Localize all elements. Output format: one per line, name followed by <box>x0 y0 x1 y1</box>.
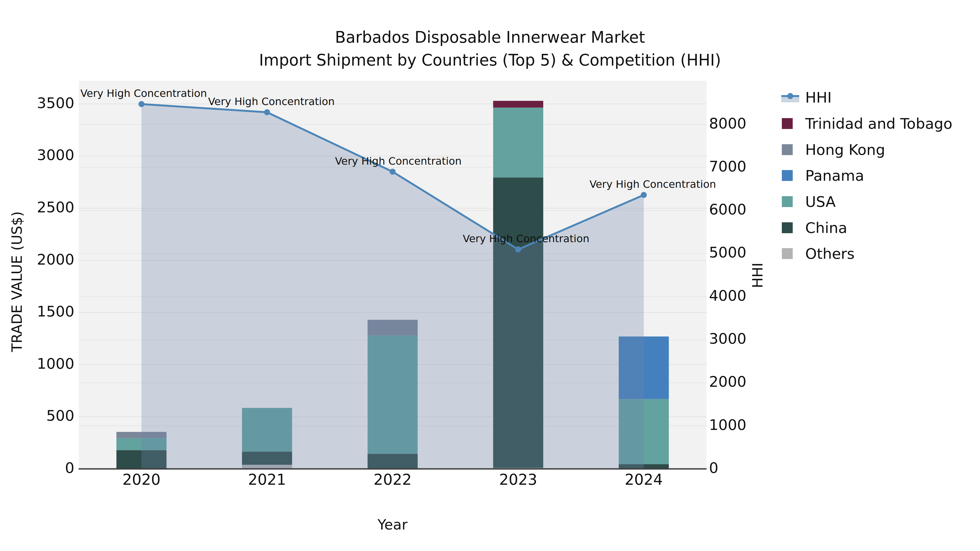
annotation-label: Very High Concentration <box>80 87 207 99</box>
legend-swatch-icon <box>782 248 793 259</box>
annotation-label: Very High Concentration <box>463 233 589 245</box>
legend-item-hong-kong[interactable]: Hong Kong <box>778 137 885 163</box>
right-tick-label: 1000 <box>709 416 746 433</box>
left-axis-title: TRADE VALUE (US$) <box>9 211 25 352</box>
annotation-label: Very High Concentration <box>208 95 335 108</box>
legend-label: China <box>805 219 847 237</box>
legend-glyph-slot <box>778 248 802 259</box>
legend-glyph-slot <box>778 196 802 207</box>
legend-item-hhi[interactable]: HHI <box>778 84 832 111</box>
legend-label: USA <box>805 193 836 210</box>
right-tick-label: 0 <box>709 459 718 476</box>
hhi-marker-2022[interactable] <box>390 169 396 175</box>
legend-item-panama[interactable]: Panama <box>778 162 864 189</box>
right-tick-label: 3000 <box>709 330 746 347</box>
legend-swatch-icon <box>782 222 793 233</box>
hhi-marker-2024[interactable] <box>641 192 647 198</box>
left-tick-label: 3000 <box>37 146 74 164</box>
legend-glyph-slot <box>778 144 802 155</box>
left-tick-label: 3500 <box>37 94 74 111</box>
right-tick-label: 8000 <box>709 115 746 132</box>
legend-label: Others <box>805 245 854 262</box>
legend-label: Panama <box>805 167 864 184</box>
legend-label: Hong Kong <box>805 141 885 158</box>
right-tick-label: 4000 <box>709 287 746 304</box>
x-tick-label: 2020 <box>123 471 161 488</box>
x-axis-title: Year <box>377 516 407 533</box>
legend-label: HHI <box>805 89 832 106</box>
legend-glyph-slot <box>778 91 802 103</box>
annotation-label: Very High Concentration <box>589 178 716 190</box>
legend-glyph-slot <box>778 170 802 181</box>
figure: Barbados Disposable Innerwear Market Imp… <box>0 0 980 551</box>
right-axis-title: HHI <box>749 263 766 288</box>
right-tick-label: 2000 <box>709 373 746 390</box>
hhi-marker-2021[interactable] <box>264 110 270 115</box>
legend-item-trinidad-and-tobago[interactable]: Trinidad and Tobago <box>778 111 953 137</box>
legend-label: Trinidad and Tobago <box>805 115 953 132</box>
left-tick-label: 2500 <box>37 198 74 216</box>
legend-glyph-slot <box>778 118 802 129</box>
x-tick-label: 2021 <box>248 471 286 488</box>
right-tick-label: 5000 <box>709 244 746 261</box>
hhi-legend-glyph-icon <box>781 91 799 103</box>
left-tick-label: 1500 <box>37 303 74 320</box>
left-tick-label: 0 <box>65 459 74 476</box>
legend-item-others[interactable]: Others <box>778 241 854 267</box>
legend-swatch-icon <box>782 144 793 155</box>
left-tick-label: 1000 <box>37 355 74 372</box>
left-tick-label: 500 <box>46 407 74 424</box>
hhi-marker-2023[interactable] <box>515 246 521 252</box>
legend-item-usa[interactable]: USA <box>778 189 836 215</box>
left-tick-label: 2000 <box>37 251 74 268</box>
legend-glyph-slot <box>778 222 802 233</box>
chart-canvas: Very High ConcentrationVery High Concent… <box>0 0 980 551</box>
legend-swatch-icon <box>782 118 793 129</box>
x-tick-label: 2024 <box>625 471 663 488</box>
legend-swatch-icon <box>782 170 793 181</box>
right-tick-label: 6000 <box>709 201 746 218</box>
hhi-marker-2020[interactable] <box>138 101 145 107</box>
x-tick-label: 2022 <box>374 471 412 488</box>
right-tick-label: 7000 <box>709 158 746 175</box>
annotation-label: Very High Concentration <box>335 155 462 167</box>
bar-segment-usa-2023[interactable] <box>493 108 543 178</box>
x-tick-label: 2023 <box>499 471 538 488</box>
legend-swatch-icon <box>782 196 793 207</box>
legend-item-china[interactable]: China <box>778 215 847 241</box>
bar-segment-trinidad-and-tobago-2023[interactable] <box>493 101 543 108</box>
